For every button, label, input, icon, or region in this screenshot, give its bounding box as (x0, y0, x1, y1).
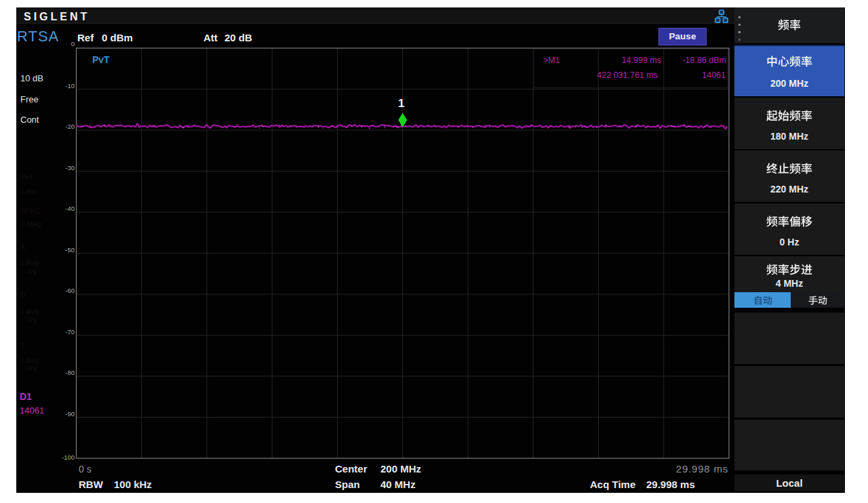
svg-text:0 s: 0 s (79, 464, 92, 475)
svg-text:-60: -60 (65, 287, 75, 294)
svg-text:-30: -30 (65, 164, 75, 172)
svg-text:PvT: PvT (92, 54, 110, 65)
svg-text:0: 0 (71, 40, 75, 47)
svg-text:>M1: >M1 (543, 56, 560, 65)
svg-text:422 031.761 ms: 422 031.761 ms (597, 71, 658, 80)
svg-text:1: 1 (398, 97, 404, 110)
svg-text:-10: -10 (65, 82, 75, 89)
svg-text:-80: -80 (65, 369, 75, 376)
svg-text:Span: Span (335, 479, 360, 490)
svg-text:29.998 ms: 29.998 ms (646, 479, 695, 490)
svg-text:40 MHz: 40 MHz (380, 479, 416, 490)
svg-text:-100: -100 (62, 454, 75, 461)
svg-text:-70: -70 (65, 328, 75, 336)
svg-text:Acq Time: Acq Time (590, 479, 635, 490)
svg-text:14061: 14061 (702, 71, 726, 80)
svg-text:-40: -40 (65, 205, 75, 212)
svg-text:Center: Center (335, 463, 368, 475)
svg-text:RBW: RBW (79, 479, 104, 490)
svg-text:-18.86 dBm: -18.86 dBm (682, 56, 726, 65)
svg-text:200 MHz: 200 MHz (380, 463, 421, 475)
svg-text:14.999 ms: 14.999 ms (622, 56, 661, 65)
svg-text:-50: -50 (65, 246, 75, 254)
svg-text:-90: -90 (65, 410, 75, 418)
svg-text:29.998 ms: 29.998 ms (676, 463, 728, 475)
svg-text:-20: -20 (65, 123, 75, 130)
svg-text:100 kHz: 100 kHz (114, 479, 152, 490)
